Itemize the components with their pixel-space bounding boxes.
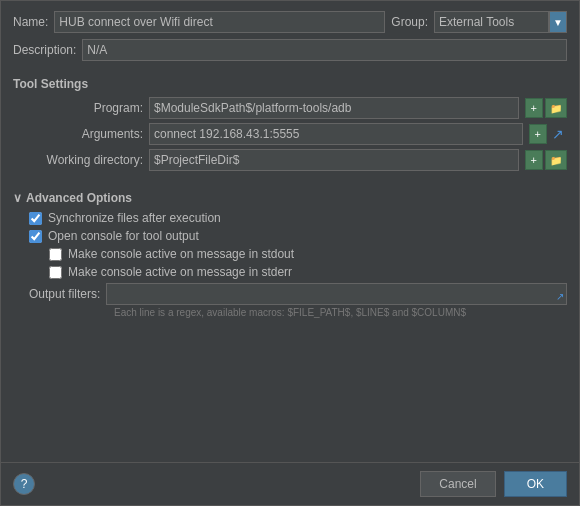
- arguments-buttons: + ↗: [529, 124, 567, 144]
- console-label: Open console for tool output: [48, 229, 199, 243]
- output-filters-container: ↗: [106, 283, 567, 305]
- group-label: Group:: [391, 15, 428, 29]
- footer: ? Cancel OK: [1, 462, 579, 505]
- dialog: Name: Group: ▼ Description: Tool Setting…: [0, 0, 580, 506]
- hint-text: Each line is a regex, available macros: …: [13, 307, 567, 318]
- working-dir-add-button[interactable]: +: [525, 150, 543, 170]
- console-checkbox[interactable]: [29, 230, 42, 243]
- advanced-chevron: ∨: [13, 191, 22, 205]
- stderr-checkbox[interactable]: [49, 266, 62, 279]
- tool-settings-title: Tool Settings: [13, 77, 567, 91]
- program-label: Program:: [23, 101, 143, 115]
- program-folder-button[interactable]: 📁: [545, 98, 567, 118]
- sync-label: Synchronize files after execution: [48, 211, 221, 225]
- stderr-row: Make console active on message in stderr: [13, 265, 567, 279]
- working-dir-folder-button[interactable]: 📁: [545, 150, 567, 170]
- ok-button[interactable]: OK: [504, 471, 567, 497]
- name-label: Name:: [13, 15, 48, 29]
- stdout-checkbox[interactable]: [49, 248, 62, 261]
- working-dir-row: Working directory: + 📁: [13, 149, 567, 171]
- arguments-expand-button[interactable]: ↗: [549, 125, 567, 143]
- advanced-options-section: ∨ Advanced Options Synchronize files aft…: [13, 191, 567, 318]
- stderr-label: Make console active on message in stderr: [68, 265, 292, 279]
- description-label: Description:: [13, 43, 76, 57]
- name-input[interactable]: [54, 11, 385, 33]
- arguments-input[interactable]: [149, 123, 523, 145]
- arguments-row: Arguments: + ↗: [13, 123, 567, 145]
- sync-row: Synchronize files after execution: [13, 211, 567, 225]
- description-input[interactable]: [82, 39, 567, 61]
- output-filters-input[interactable]: [106, 283, 567, 305]
- output-expand-icon[interactable]: ↗: [556, 291, 564, 302]
- advanced-options-toggle[interactable]: ∨ Advanced Options: [13, 191, 567, 205]
- group-dropdown-arrow[interactable]: ▼: [549, 11, 567, 33]
- program-buttons: + 📁: [525, 98, 567, 118]
- console-row: Open console for tool output: [13, 229, 567, 243]
- arguments-add-button[interactable]: +: [529, 124, 547, 144]
- description-row: Description:: [13, 39, 567, 61]
- tool-settings-section: Tool Settings Program: + 📁 Arguments: +: [13, 67, 567, 181]
- program-row: Program: + 📁: [13, 97, 567, 119]
- program-input[interactable]: [149, 97, 519, 119]
- arguments-label: Arguments:: [23, 127, 143, 141]
- stdout-label: Make console active on message in stdout: [68, 247, 294, 261]
- footer-buttons: Cancel OK: [420, 471, 567, 497]
- folder-icon: 📁: [550, 103, 562, 114]
- working-dir-label: Working directory:: [23, 153, 143, 167]
- help-button[interactable]: ?: [13, 473, 35, 495]
- working-dir-buttons: + 📁: [525, 150, 567, 170]
- output-filters-row: Output filters: ↗: [13, 283, 567, 305]
- output-filters-label: Output filters:: [29, 287, 100, 301]
- sync-checkbox[interactable]: [29, 212, 42, 225]
- main-content: Name: Group: ▼ Description: Tool Setting…: [1, 1, 579, 462]
- stdout-row: Make console active on message in stdout: [13, 247, 567, 261]
- group-input[interactable]: [434, 11, 549, 33]
- name-group-row: Name: Group: ▼: [13, 11, 567, 33]
- group-dropdown: ▼: [434, 11, 567, 33]
- working-dir-input[interactable]: [149, 149, 519, 171]
- program-add-button[interactable]: +: [525, 98, 543, 118]
- cancel-button[interactable]: Cancel: [420, 471, 495, 497]
- folder-icon-2: 📁: [550, 155, 562, 166]
- advanced-options-title: Advanced Options: [26, 191, 132, 205]
